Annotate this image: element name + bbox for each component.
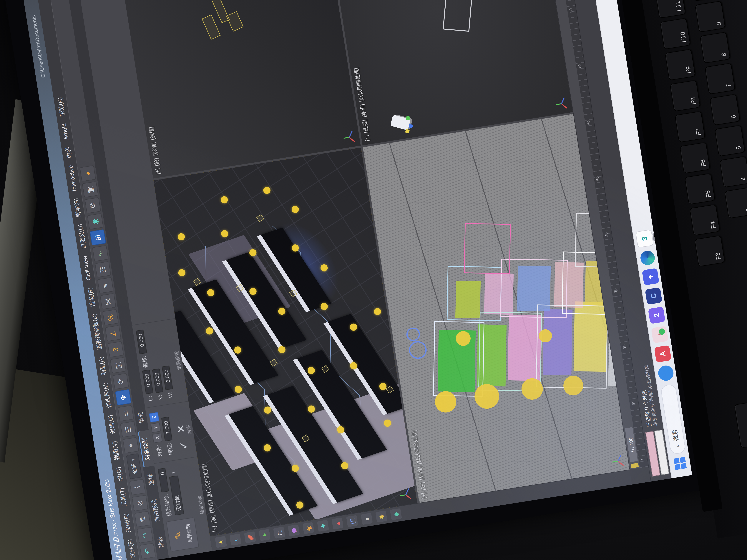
window-icon[interactable]: ◫ [346,515,358,527]
axis-button-Y[interactable]: Y [151,422,161,433]
viewport-label-segment[interactable]: [+] [420,492,428,499]
render-setup-icon[interactable]: ⚙ [84,197,101,214]
mirror-icon[interactable]: ⋈ [100,294,116,310]
viewport-label-segment[interactable]: [默认明暗处理] [353,67,365,102]
sun-light-icon[interactable]: ☀ [215,536,227,548]
app-edge[interactable] [639,250,655,266]
snap-toggle-icon[interactable]: 3 [107,342,124,358]
unlink-icon[interactable]: ⊘ [132,495,148,511]
poly-icon[interactable]: ⬟ [288,525,300,537]
viewport-label-segment[interactable]: [标准] [359,104,367,118]
key-F9[interactable]: F9 [665,49,696,81]
viewport-label-segment[interactable]: [透视] [361,119,370,133]
viewport-label-segment[interactable]: [+] [363,135,371,142]
undo-icon[interactable]: ↶ [139,543,155,559]
v-field[interactable]: 0.000 [152,368,163,393]
select-move-icon[interactable]: ✥ [115,390,131,406]
viewport-label-segment[interactable]: [左] [418,482,427,491]
menu-item-13[interactable]: Interactive [67,165,78,192]
menu-item-2[interactable]: 工具(T) [118,487,129,507]
key-4[interactable]: 4 [719,156,747,188]
key-5[interactable]: 5 [715,125,745,157]
time-slider-cap[interactable] [630,463,639,468]
app-red[interactable]: A [654,345,671,363]
menu-item-7[interactable]: 动画(A) [97,356,108,376]
menu-item-12[interactable]: 脚本(S) [72,197,83,218]
layer-manager-icon[interactable]: ☷ [95,262,111,278]
select-by-name-icon[interactable]: ☰ [120,422,136,438]
u-field[interactable]: 0.000 [142,369,153,394]
flare-icon[interactable]: ✺ [375,511,387,523]
render-icon[interactable]: ◕ [79,165,96,182]
menu-item-6[interactable]: 修改器(M) [101,382,113,408]
key-6[interactable]: 6 [710,94,740,125]
rotate-icon[interactable]: ⟳ [112,373,129,390]
plus-icon[interactable]: ✚ [317,520,329,532]
viewport-front[interactable]: [+][前][标准][线框] [118,0,361,179]
menu-item-9[interactable]: 渲染(R) [86,287,97,307]
app-meeting[interactable]: 2 [648,307,665,324]
redo-icon[interactable]: ↷ [136,527,153,543]
target-icon[interactable]: ◉ [302,522,314,534]
menu-item-4[interactable]: 视图(V) [110,441,121,460]
menu-item-5[interactable]: 创建(C) [106,415,117,435]
key-9[interactable]: 9 [695,1,725,32]
w-field[interactable]: 0.000 [162,365,173,390]
key-7[interactable]: 7 [705,63,736,95]
align-icon[interactable]: ≡ [97,277,113,294]
key-F4[interactable]: F4 [689,204,720,236]
menu-item-1[interactable]: 编辑(E) [122,513,133,533]
percent-snap-icon[interactable]: % [102,310,119,326]
menu-item-16[interactable]: 帮助(H) [56,97,67,117]
viewport-label-segment[interactable]: [顶] [209,515,217,524]
select-link-icon[interactable]: ⧉ [134,511,150,527]
schematic-view-icon[interactable]: ⊞ [89,230,106,246]
app-navy[interactable]: C [645,287,662,305]
key-F6[interactable]: F6 [679,142,710,174]
key-F8[interactable]: F8 [670,80,700,111]
angle-snap-icon[interactable]: ∠ [105,325,121,342]
key-3[interactable]: 3 [724,187,747,218]
start-button[interactable] [673,457,687,470]
bind-spacewarp-icon[interactable]: ⌇ [129,479,145,496]
menu-item-10[interactable]: Civil View [81,256,92,281]
menu-item-11[interactable]: 自定义(U) [76,223,87,250]
material-editor-icon[interactable]: ◉ [87,214,103,230]
offset-field[interactable]: 0.000 [136,329,147,354]
axis-button-Z[interactable]: Z [149,412,159,422]
fill-number-field[interactable]: 0 [158,468,169,492]
plane-icon[interactable]: ◻ [273,527,285,539]
menu-item-3[interactable]: 组(G) [114,466,125,481]
menu-item-14[interactable]: 内容 [63,146,73,159]
diamond-icon[interactable]: ◆ [390,508,402,521]
selection-filter-dropdown[interactable]: 全部▾ [126,454,142,479]
select-object-icon[interactable]: ⌖ [123,437,139,454]
app-3dsmax[interactable]: 3 [635,230,654,248]
cone-icon[interactable]: ▲ [332,518,344,530]
viewport-label-segment[interactable]: [+] [211,525,218,532]
app-music[interactable]: ♪ [651,326,668,343]
render-frame-icon[interactable]: ▣ [82,182,98,198]
axis-button-X[interactable]: X [152,433,162,443]
sphere-icon[interactable]: ◐ [230,534,241,546]
star-icon[interactable]: ✦ [259,529,271,541]
key-F10[interactable]: F10 [660,18,691,49]
enable-paint-button[interactable]: ✎ 启用绘制 [166,517,199,552]
viewport-label-segment[interactable]: [前] [153,157,161,167]
curve-editor-icon[interactable]: ∿ [92,245,108,262]
dot-icon[interactable]: ● [361,513,373,525]
select-region-icon[interactable]: ▭ [117,405,134,422]
key-F3[interactable]: F3 [694,235,725,267]
key-F7[interactable]: F7 [675,111,705,142]
key-8[interactable]: 8 [700,32,730,63]
app-blue[interactable]: ✦ [642,268,659,285]
viewport-label-segment[interactable]: [+] [154,168,162,175]
menu-item-15[interactable]: Arnold [60,123,70,140]
box-icon[interactable]: ▣ [244,532,256,543]
menu-item-0[interactable]: 文件(F) [126,539,137,559]
scale-icon[interactable]: ◱ [110,357,126,374]
key-F5[interactable]: F5 [685,173,715,205]
app-chat-blue[interactable] [657,365,674,382]
spacing-field[interactable]: 1.000 [161,417,173,441]
viewport-label-segment[interactable]: [标准] [150,142,159,156]
